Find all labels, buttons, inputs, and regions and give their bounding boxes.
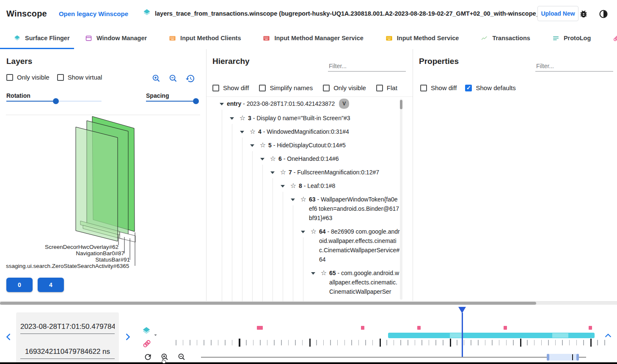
reset-view-history-icon[interactable]: [185, 73, 196, 84]
transitions-trace-icon[interactable]: [141, 338, 152, 349]
pin-star-icon[interactable]: ☆: [288, 181, 299, 190]
expand-arrow-icon[interactable]: [247, 141, 257, 147]
upload-new-button[interactable]: Upload New: [537, 6, 578, 21]
properties-filter-input[interactable]: [535, 61, 613, 72]
unchecked-box[interactable]: [212, 85, 219, 91]
tree-node-5[interactable]: ☆5 - HideDisplayCutout:0:14#5: [207, 138, 413, 152]
ruler-minor-tick: [386, 340, 387, 345]
hierarchy-scrollbar[interactable]: [400, 99, 402, 300]
tree-node-7[interactable]: ☆7 - FullscreenMagnification:0:12#7: [207, 165, 413, 179]
transition-marker[interactable]: [417, 326, 421, 330]
expand-arrow-icon[interactable]: [288, 195, 298, 201]
expand-arrow-icon[interactable]: [237, 127, 247, 133]
dark-mode-toggle-icon[interactable]: [598, 8, 609, 20]
tab-input-method-clients[interactable]: Input Method Clients: [158, 27, 252, 49]
checkbox-show-diff[interactable]: Show diff: [420, 84, 457, 91]
pin-star-icon[interactable]: ☆: [267, 154, 278, 163]
next-entry-chevron-icon[interactable]: [122, 331, 133, 342]
timeline-cursor-line[interactable]: [462, 313, 463, 357]
display-id-button[interactable]: 4: [38, 278, 64, 292]
tree-node-4[interactable]: ☆4 - WindowedMagnification:0:31#4: [207, 125, 413, 138]
checkbox-show-virtual[interactable]: Show virtual: [57, 74, 102, 81]
trace-selector-caret-icon[interactable]: [151, 331, 160, 339]
unchecked-box[interactable]: [57, 74, 64, 81]
expand-arrow-icon[interactable]: [257, 154, 267, 160]
rotation-slider[interactable]: [6, 98, 102, 104]
tree-node-3[interactable]: ☆3 - Display 0 name="Built-in Screen"#3: [207, 111, 413, 125]
checkbox-show-diff[interactable]: Show diff: [212, 84, 249, 91]
tree-node-8[interactable]: ☆8 - Leaf:0:1#8: [207, 179, 413, 193]
ruler-minor-tick: [337, 340, 338, 345]
zoom-range-selection[interactable]: [547, 354, 579, 361]
unchecked-box[interactable]: [6, 74, 13, 81]
expand-arrow-icon[interactable]: [217, 99, 227, 105]
expand-arrow-icon[interactable]: [308, 268, 318, 275]
tree-node-entry[interactable]: entry - 2023-08-28T17:01:50.421423872V: [207, 97, 413, 111]
pin-star-icon[interactable]: ☆: [257, 141, 268, 150]
unchecked-box[interactable]: [323, 85, 330, 91]
zoom-range-track[interactable]: [201, 357, 586, 358]
unchecked-box[interactable]: [420, 85, 427, 91]
trace-coverage-bar[interactable]: [388, 333, 595, 338]
ruler-minor-tick: [492, 340, 493, 345]
unchecked-box[interactable]: [259, 85, 266, 91]
timeline-cursor-head[interactable]: [458, 307, 466, 313]
collapse-timeline-chevron-icon[interactable]: [603, 331, 613, 341]
timeline-scrollbar[interactable]: [0, 302, 617, 305]
expand-arrow-icon[interactable]: [298, 227, 308, 233]
transition-marker[interactable]: [504, 326, 507, 330]
checkbox-simplify-names[interactable]: Simplify names: [259, 84, 313, 91]
tree-node-64[interactable]: ☆64 - 8e26909 com.google.android.wallpap…: [207, 225, 413, 266]
spacing-slider[interactable]: [146, 98, 196, 104]
ruler-minor-tick: [597, 340, 598, 345]
trace-file-name: layers_trace_from_transactions.winscope …: [155, 10, 545, 17]
pin-star-icon[interactable]: ☆: [318, 268, 329, 278]
expand-arrow-icon[interactable]: [267, 168, 278, 174]
checkbox-only-visible[interactable]: Only visible: [6, 74, 50, 81]
pin-star-icon[interactable]: ☆: [298, 195, 309, 204]
tab-surface-flinger[interactable]: Surface Flinger: [0, 27, 74, 49]
unchecked-box[interactable]: [376, 85, 383, 91]
pin-star-icon[interactable]: ☆: [308, 227, 319, 236]
pin-star-icon[interactable]: ☆: [237, 113, 248, 123]
transition-marker[interactable]: [257, 326, 263, 330]
tab-input-method-service[interactable]: Input Method Service: [375, 27, 470, 49]
tab-input-method-manager-service[interactable]: Input Method Manager Service: [252, 27, 374, 49]
zoom-out-icon[interactable]: [168, 73, 179, 84]
tab-protolog[interactable]: ProtoLog: [541, 27, 602, 49]
checkbox-show-defaults[interactable]: ✓Show defaults: [465, 84, 515, 91]
expand-arrow-icon[interactable]: [227, 113, 237, 120]
display-id-button[interactable]: 0: [6, 278, 33, 292]
tree-node-63[interactable]: ☆63 - WallpaperWindowToken{fa0eef6 token…: [207, 193, 413, 225]
panel-divider: [413, 49, 413, 301]
human-time-input[interactable]: [20, 323, 115, 334]
report-bug-icon[interactable]: [578, 8, 589, 19]
hierarchy-filter-input[interactable]: [328, 61, 406, 72]
timeline-zoom-out-icon[interactable]: [176, 352, 187, 362]
zoom-range-handle-right[interactable]: [576, 354, 579, 361]
prev-entry-chevron-icon[interactable]: [3, 331, 14, 342]
tab-tr[interactable]: Tr: [602, 27, 617, 49]
ns-time-input[interactable]: [20, 347, 115, 359]
tree-node-65[interactable]: ☆65 - com.google.android.wallpaper.effec…: [207, 266, 413, 298]
pin-star-icon[interactable]: ☆: [278, 168, 289, 177]
transition-marker[interactable]: [361, 326, 364, 330]
transition-marker[interactable]: [589, 326, 592, 330]
ruler-minor-tick: [429, 340, 430, 345]
checkbox-only-visible[interactable]: Only visible: [323, 84, 366, 91]
checkbox-flat[interactable]: Flat: [376, 84, 397, 91]
tab-transactions[interactable]: Transactions: [470, 27, 541, 49]
zoom-range-handle-left[interactable]: [547, 354, 549, 361]
tab-window-manager[interactable]: Window Manager: [74, 27, 158, 49]
pin-star-icon[interactable]: ☆: [247, 127, 258, 136]
surface-flinger-trace-icon[interactable]: [141, 325, 152, 336]
expand-arrow-icon[interactable]: [278, 181, 288, 188]
ruler-minor-tick: [471, 340, 471, 345]
tree-node-6[interactable]: ☆6 - OneHanded:0:14#6: [207, 152, 413, 165]
refresh-icon[interactable]: [143, 352, 153, 362]
open-legacy-link[interactable]: Open legacy Winscope: [59, 10, 128, 17]
zoom-in-icon[interactable]: [151, 73, 162, 84]
checkbox-label: Show diff: [431, 84, 457, 91]
ruler-minor-tick: [443, 340, 443, 345]
checked-box[interactable]: ✓: [465, 85, 472, 91]
